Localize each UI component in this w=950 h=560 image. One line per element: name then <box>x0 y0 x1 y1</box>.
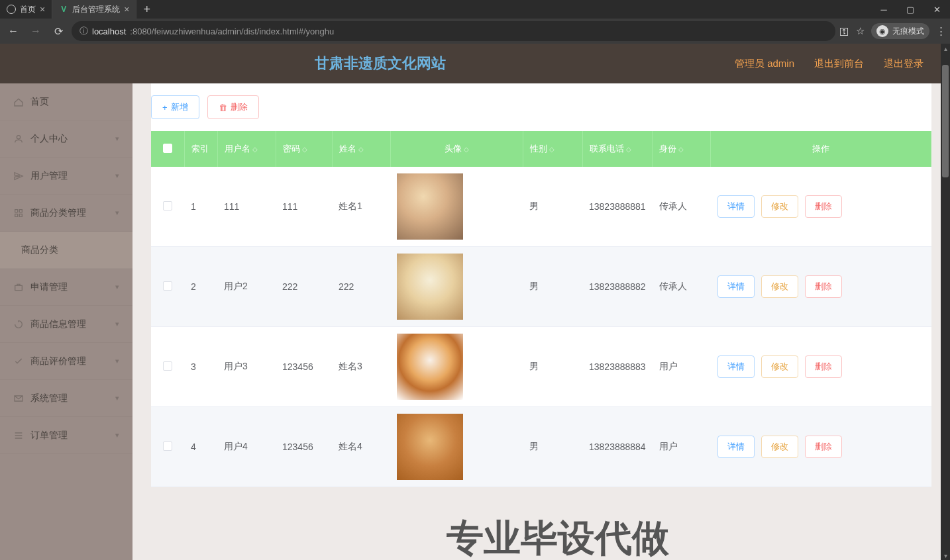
row-checkbox[interactable] <box>163 361 172 371</box>
sidebar-item-8[interactable]: 系统管理▾ <box>0 380 132 417</box>
chevron-down-icon: ▾ <box>115 171 119 180</box>
main-content: + 新增 🗑 删除 索引 用户名◇ 密码◇ <box>132 83 950 560</box>
col-name: 姓名 <box>339 144 356 154</box>
info-icon: ⓘ <box>79 25 88 37</box>
edit-button[interactable]: 修改 <box>761 436 798 458</box>
avatar <box>397 254 463 320</box>
admin-link[interactable]: 管理员 admin <box>735 58 794 70</box>
scroll-thumb[interactable] <box>942 65 949 177</box>
sidebar-item-label: 商品评价管理 <box>30 355 86 367</box>
delete-row-button[interactable]: 删除 <box>805 275 842 298</box>
cell-password: 222 <box>276 247 332 327</box>
cell-name: 222 <box>332 247 390 327</box>
reload-button[interactable]: ⟳ <box>49 22 68 40</box>
sidebar-item-7[interactable]: 商品评价管理▾ <box>0 343 132 380</box>
sort-icon[interactable]: ◇ <box>252 146 258 153</box>
col-gender: 性别 <box>530 144 547 154</box>
cell-password: 123456 <box>276 327 332 407</box>
detail-button[interactable]: 详情 <box>717 436 755 458</box>
sidebar-item-label: 商品分类管理 <box>30 207 86 219</box>
sidebar-item-1[interactable]: 个人中心▾ <box>0 120 132 158</box>
sort-icon[interactable]: ◇ <box>464 146 469 153</box>
vue-icon: V <box>59 5 68 14</box>
detail-button[interactable]: 详情 <box>717 195 755 218</box>
cell-identity: 用户 <box>653 327 711 407</box>
minimize-button[interactable]: ─ <box>871 0 897 19</box>
sidebar-item-0[interactable]: 首页 <box>0 83 132 120</box>
list-icon <box>13 430 24 441</box>
delete-button[interactable]: 🗑 删除 <box>207 95 259 119</box>
sort-icon[interactable]: ◇ <box>302 146 307 153</box>
sort-icon[interactable]: ◇ <box>678 146 684 153</box>
back-button[interactable]: ← <box>4 22 23 40</box>
browser-tab-1[interactable]: V 后台管理系统 × <box>52 0 136 19</box>
user-icon <box>13 134 24 144</box>
scroll-down-icon[interactable]: ▾ <box>941 551 950 560</box>
avatar <box>397 334 463 400</box>
row-checkbox[interactable] <box>163 201 172 210</box>
close-window-button[interactable]: ✕ <box>924 0 950 19</box>
delete-row-button[interactable]: 删除 <box>805 195 842 218</box>
chevron-down-icon: ▾ <box>115 394 119 402</box>
sidebar-item-label: 个人中心 <box>30 133 68 145</box>
back-front-link[interactable]: 退出到前台 <box>814 58 864 70</box>
sidebar-item-5[interactable]: 申请管理▾ <box>0 269 132 306</box>
edit-button[interactable]: 修改 <box>761 275 798 298</box>
globe-icon <box>7 5 16 14</box>
add-button[interactable]: + 新增 <box>151 95 199 119</box>
tab-title: 后台管理系统 <box>72 4 120 15</box>
edit-button[interactable]: 修改 <box>761 195 798 218</box>
sidebar-item-9[interactable]: 订单管理▾ <box>0 417 132 454</box>
browser-tab-bar: 首页 × V 后台管理系统 × + ─ ▢ ✕ <box>0 0 950 19</box>
col-index: 索引 <box>191 144 209 154</box>
cell-phone: 13823888883 <box>582 327 653 407</box>
home-icon <box>13 97 24 107</box>
chevron-down-icon: ▾ <box>115 209 119 217</box>
col-avatar: 头像 <box>445 144 462 154</box>
row-checkbox[interactable] <box>163 281 172 291</box>
sort-icon[interactable]: ◇ <box>358 146 364 153</box>
page: 甘肃非遗质文化网站 管理员 admin 退出到前台 退出登录 首页个人中心▾用户… <box>0 44 950 560</box>
edit-button[interactable]: 修改 <box>761 355 798 378</box>
cell-phone: 13823888884 <box>582 407 653 487</box>
logout-link[interactable]: 退出登录 <box>884 58 924 70</box>
detail-button[interactable]: 详情 <box>717 275 755 298</box>
cell-identity: 传承人 <box>653 247 711 327</box>
refresh-icon <box>13 319 24 330</box>
maximize-button[interactable]: ▢ <box>897 0 924 19</box>
sidebar-item-6[interactable]: 商品信息管理▾ <box>0 306 132 343</box>
briefcase-icon <box>13 282 24 293</box>
favorite-icon[interactable]: ☆ <box>856 25 865 37</box>
new-tab-button[interactable]: + <box>136 3 157 17</box>
table-row: 2用户2222222男13823888882传承人详情修改删除 <box>151 247 931 327</box>
browser-tab-0[interactable]: 首页 × <box>0 0 52 19</box>
plus-icon: + <box>162 103 168 113</box>
close-icon[interactable]: × <box>124 4 129 15</box>
avatar <box>397 414 463 480</box>
col-identity: 身份 <box>659 144 676 154</box>
delete-row-button[interactable]: 删除 <box>805 355 842 378</box>
avatar <box>397 173 463 240</box>
address-bar[interactable]: ⓘ localhost:8080/feiwuzhiwenhua/admin/di… <box>72 21 835 41</box>
cell-gender: 男 <box>523 327 582 407</box>
col-password: 密码 <box>283 144 300 154</box>
grid-icon <box>13 208 24 218</box>
forward-button[interactable]: → <box>26 22 45 40</box>
close-icon[interactable]: × <box>40 4 45 15</box>
sidebar-item-label: 首页 <box>30 96 49 108</box>
select-all-checkbox[interactable] <box>163 144 172 153</box>
scroll-up-icon[interactable]: ▴ <box>941 44 950 53</box>
sidebar-item-2[interactable]: 用户管理▾ <box>0 158 132 195</box>
row-checkbox[interactable] <box>163 442 172 451</box>
cell-password: 111 <box>276 167 332 247</box>
delete-row-button[interactable]: 删除 <box>805 436 842 458</box>
sort-icon[interactable]: ◇ <box>626 146 631 153</box>
detail-button[interactable]: 详情 <box>717 355 755 378</box>
cell-name: 姓名4 <box>332 407 390 487</box>
sort-icon[interactable]: ◇ <box>549 146 554 153</box>
key-icon[interactable]: ⚿ <box>839 26 849 37</box>
sidebar-item-4[interactable]: 商品分类 <box>0 232 132 269</box>
scrollbar[interactable]: ▴ ▾ <box>941 44 950 560</box>
menu-icon[interactable]: ⋮ <box>936 25 946 37</box>
sidebar-item-3[interactable]: 商品分类管理▾ <box>0 195 132 232</box>
